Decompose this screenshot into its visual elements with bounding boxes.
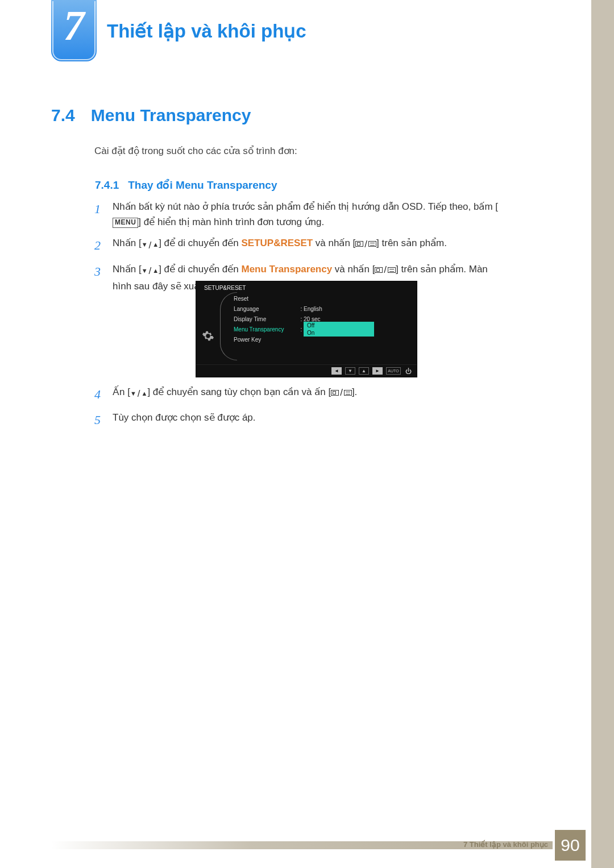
section-title: Menu Transparency bbox=[91, 106, 251, 125]
osd-nav-up-icon: ▲ bbox=[359, 367, 369, 375]
osd-value: 20 sec bbox=[304, 316, 320, 322]
section-number: 7.4 bbox=[51, 106, 75, 125]
step-text: ] để di chuyển đến bbox=[159, 264, 241, 275]
osd-label: Language bbox=[234, 306, 299, 312]
osd-nav-left-icon: ◄ bbox=[331, 367, 342, 375]
step-number: 4 bbox=[94, 384, 105, 404]
step-text: và nhấn [ bbox=[313, 238, 355, 248]
osd-row-menu-transparency: Menu Transparency : Off On bbox=[234, 324, 417, 334]
subsection-title: Thay đổi Menu Transparency bbox=[128, 178, 277, 192]
step-body: Nhấn bất kỳ nút nào ở phía trước sản phẩ… bbox=[113, 199, 504, 230]
osd-colon: : bbox=[299, 316, 304, 322]
menu-key: MENU bbox=[113, 218, 138, 228]
footer-text: 7 Thiết lập và khôi phục bbox=[463, 840, 548, 849]
osd-row-language: Language : English bbox=[234, 304, 417, 314]
step-number: 1 bbox=[94, 199, 105, 230]
subsection-heading: 7.4.1 Thay đổi Menu Transparency bbox=[95, 178, 277, 192]
section-intro: Cài đặt độ trong suốt cho các cửa sổ trì… bbox=[94, 145, 297, 157]
chapter-number: 7 bbox=[51, 0, 97, 47]
osd-label: Reset bbox=[234, 296, 299, 302]
power-icon: ⏻ bbox=[404, 367, 412, 375]
source-enter-icon: / bbox=[355, 236, 376, 252]
step-5: 5 Tùy chọn được chọn sẽ được áp. bbox=[94, 410, 504, 430]
osd-option-off: Off bbox=[304, 322, 374, 329]
osd-colon: : bbox=[299, 326, 304, 333]
source-enter-icon: / bbox=[331, 385, 352, 400]
osd-label: Power Key bbox=[234, 337, 299, 343]
step-number: 5 bbox=[94, 410, 105, 430]
section-heading: 7.4 Menu Transparency bbox=[51, 106, 251, 125]
osd-value: English bbox=[304, 306, 322, 312]
down-up-icon: ▼/▲ bbox=[142, 238, 159, 253]
step-number: 2 bbox=[94, 235, 105, 255]
step-body: Tùy chọn được chọn sẽ được áp. bbox=[113, 410, 504, 430]
gear-icon bbox=[202, 330, 214, 342]
step-text: ] trên sản phẩm. bbox=[376, 238, 447, 248]
steps-list-continued: 4 Ấn [▼/▲] để chuyển sang tùy chọn bạn c… bbox=[94, 384, 504, 435]
osd-title: SETUP&RESET bbox=[196, 281, 417, 293]
step-text: Nhấn [ bbox=[113, 238, 142, 248]
osd-arc-decoration bbox=[220, 292, 237, 360]
down-up-icon: ▼/▲ bbox=[142, 263, 159, 279]
step-1: 1 Nhấn bất kỳ nút nào ở phía trước sản p… bbox=[94, 199, 504, 230]
page-footer: 7 Thiết lập và khôi phục 90 bbox=[51, 834, 586, 857]
step-2: 2 Nhấn [▼/▲] để di chuyển đến SETUP&RESE… bbox=[94, 235, 504, 255]
subsection-number: 7.4.1 bbox=[95, 179, 119, 192]
osd-options: Off On bbox=[304, 322, 417, 337]
step-text: ]. bbox=[352, 387, 357, 397]
osd-label: Menu Transparency bbox=[234, 326, 299, 333]
osd-nav-right-icon: ► bbox=[372, 367, 383, 375]
osd-label: Display Time bbox=[234, 316, 299, 322]
step-text: ] để chuyển sang tùy chọn bạn cần và ấn … bbox=[147, 387, 331, 397]
osd-nav-down-icon: ▼ bbox=[345, 367, 355, 375]
chapter-tab: 7 bbox=[51, 0, 97, 61]
down-up-icon: ▼/▲ bbox=[130, 386, 148, 401]
step-number: 3 bbox=[94, 261, 105, 294]
footer-bar: 7 Thiết lập và khôi phục bbox=[51, 841, 553, 849]
osd-row-reset: Reset bbox=[234, 293, 417, 304]
step-text: và nhấn [ bbox=[332, 264, 375, 275]
chapter-title: Thiết lập và khôi phục bbox=[107, 20, 306, 42]
setup-reset-keyword: SETUP&RESET bbox=[241, 238, 313, 248]
osd-footer: ◄ ▼ ▲ ► AUTO ⏻ bbox=[196, 364, 417, 377]
osd-auto-button: AUTO bbox=[386, 367, 401, 375]
right-decorative-strip bbox=[591, 0, 614, 868]
step-text: Ấn [ bbox=[113, 387, 130, 397]
menu-transparency-keyword: Menu Transparency bbox=[241, 264, 332, 275]
osd-option-on: On bbox=[304, 329, 374, 337]
step-text: ] để hiển thị màn hình trình đơn tương ứ… bbox=[138, 217, 324, 227]
page-number: 90 bbox=[555, 830, 586, 861]
source-enter-icon: / bbox=[375, 262, 396, 277]
step-body: Nhấn [▼/▲] để di chuyển đến SETUP&RESET … bbox=[113, 235, 504, 255]
osd-screenshot: SETUP&RESET Reset Language : English Dis… bbox=[196, 281, 417, 377]
step-text: ] để di chuyển đến bbox=[159, 238, 241, 248]
step-4: 4 Ấn [▼/▲] để chuyển sang tùy chọn bạn c… bbox=[94, 384, 504, 404]
step-body: Ấn [▼/▲] để chuyển sang tùy chọn bạn cần… bbox=[113, 384, 504, 404]
step-text: Nhấn bất kỳ nút nào ở phía trước sản phẩ… bbox=[113, 201, 498, 212]
step-text: Nhấn [ bbox=[113, 264, 142, 275]
osd-colon: : bbox=[299, 306, 304, 312]
